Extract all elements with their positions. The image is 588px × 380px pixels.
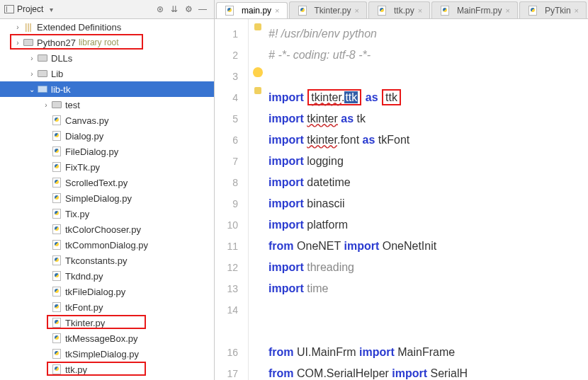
tab-mainfrm-py[interactable]: MainFrm.py× [431,1,518,18]
project-tree[interactable]: › ||| Extended Definitions › Python27 li… [0,19,214,380]
python-file-icon [51,162,62,172]
tree-file-simpledialog-py[interactable]: ›SimpleDialog.py [0,190,214,206]
python-file-icon [51,271,62,281]
target-icon[interactable]: ⊛ [153,2,167,16]
file-label: Tix.py [65,209,89,219]
tree-item-extdefs[interactable]: › ||| Extended Definitions [0,19,214,35]
bulb-icon[interactable] [253,67,263,77]
bookmark-icon[interactable] [254,23,261,30]
python-file-icon [376,6,388,16]
tab-label: PyTkin [545,6,571,16]
lib-icon: ||| [23,22,34,32]
close-icon[interactable]: × [505,6,509,15]
folder-icon [51,100,62,110]
chevron-right-icon[interactable]: › [27,70,37,78]
python-file-icon [51,115,62,125]
file-label: Tkconstants.py [65,255,127,266]
close-icon[interactable]: × [418,6,422,15]
line-number: 14 [215,299,238,321]
tree-file-ttk-py[interactable]: ›ttk.py [0,362,214,377]
close-icon[interactable]: × [575,6,579,15]
tree-file-tkdnd-py[interactable]: ›Tkdnd.py [0,268,214,284]
tree-file-tkmessagebox-py[interactable]: ›tkMessageBox.py [0,330,214,346]
python-file-icon [51,146,62,156]
tab-main-py[interactable]: main.py× [216,2,287,19]
gear-icon[interactable]: ⚙ [181,2,196,16]
tree-file-canvas-py[interactable]: ›Canvas.py [0,113,214,128]
python-file-icon [51,178,62,188]
line-number: 11 [215,236,238,257]
code-content[interactable]: #! /usr/bin/env python # -*- coding: utf… [249,19,588,380]
tree-file-tkinter-py[interactable]: ›Tkinter.py [0,315,214,330]
line-number: 2 [215,45,238,66]
library-root-tag: library root [79,38,119,47]
tab-label: ttk.py [394,6,414,16]
tree-file-dialog-py[interactable]: ›Dialog.py [0,128,214,144]
python-file-icon [51,333,62,343]
chevron-right-icon[interactable]: › [13,39,23,47]
project-header: Project ▾ ⊛ ⇊ ⚙ — [0,0,214,19]
tree-file-tkfont-py[interactable]: ›tkFont.py [0,299,214,315]
project-title[interactable]: Project ▾ [4,4,56,14]
tree-file-tkcolorchooser-py[interactable]: ›tkColorChooser.py [0,221,214,237]
line-number: 3 [215,66,238,87]
tree-file-filedialog-py[interactable]: ›FileDialog.py [0,144,214,159]
file-label: Canvas.py [65,115,108,126]
editor-panel: main.py×Tkinter.py×ttk.py×MainFrm.py×PyT… [215,0,588,380]
folder-icon [37,53,48,63]
gutter: 12345678910111213141617 [215,19,249,380]
folder-icon [37,84,48,94]
file-label: FixTk.py [65,162,100,173]
collapse-icon[interactable]: ⇊ [167,2,181,16]
line-number: 8 [215,172,238,193]
tree-item-test[interactable]: › test [0,97,214,113]
python-file-icon [527,6,538,16]
tree-item-dlls[interactable]: › DLLs [0,50,214,66]
file-label: Dialog.py [65,131,103,142]
tree-file-tix-py[interactable]: ›Tix.py [0,206,214,221]
line-number: 7 [215,151,238,172]
chevron-right-icon[interactable]: › [13,23,23,31]
file-label: tkColorChooser.py [65,224,141,235]
file-label: Tkdnd.py [65,271,103,282]
file-label: ttk.py [65,364,87,375]
file-label: tkCommonDialog.py [65,240,148,251]
tree-file-scrolledtext-py[interactable]: ›ScrolledText.py [0,175,214,190]
tree-file-tkfiledialog-py[interactable]: ›tkFileDialog.py [0,284,214,299]
python-file-icon [224,6,235,16]
close-icon[interactable]: × [355,6,359,15]
line-number: 16 [215,342,238,363]
tree-item-lib[interactable]: › Lib [0,66,214,81]
tree-file-turtle-py[interactable]: ›turtle.py [0,377,214,380]
line-number: 5 [215,108,238,129]
file-label: tkSimpleDialog.py [65,349,139,359]
tree-item-python27[interactable]: › Python27 library root [0,35,214,50]
file-label: Tkinter.py [65,318,105,328]
tree-file-fixtk-py[interactable]: ›FixTk.py [0,159,214,175]
file-label: SimpleDialog.py [65,193,132,204]
python-file-icon [297,6,308,16]
file-label: FileDialog.py [65,146,118,157]
close-icon[interactable]: × [275,6,279,15]
tab-tkinter-py[interactable]: Tkinter.py× [289,1,367,18]
chevron-right-icon[interactable]: › [41,101,51,109]
tab-ttk-py[interactable]: ttk.py× [368,1,430,18]
editor-tabs: main.py×Tkinter.py×ttk.py×MainFrm.py×PyT… [215,0,588,19]
tree-file-tkconstants-py[interactable]: ›Tkconstants.py [0,253,214,268]
code-area: 12345678910111213141617 #! /usr/bin/env … [215,19,588,380]
chevron-down-icon[interactable]: ▾ [46,6,56,13]
tree-item-libtk[interactable]: ⌄ lib-tk [0,81,214,97]
tab-pytkin[interactable]: PyTkin× [519,1,587,18]
tab-label: main.py [242,6,271,16]
tree-file-tkcommondialog-py[interactable]: ›tkCommonDialog.py [0,237,214,253]
chevron-right-icon[interactable]: › [27,54,37,62]
file-label: tkFileDialog.py [65,287,125,297]
tree-file-tksimpledialog-py[interactable]: ›tkSimpleDialog.py [0,346,214,362]
line-number: 17 [215,363,238,380]
project-icon [4,5,14,13]
python-file-icon [51,224,62,234]
minimize-icon[interactable]: — [196,2,210,16]
chevron-down-icon[interactable]: ⌄ [27,86,37,93]
tab-label: MainFrm.py [457,6,502,16]
bookmark-icon[interactable] [254,87,261,94]
